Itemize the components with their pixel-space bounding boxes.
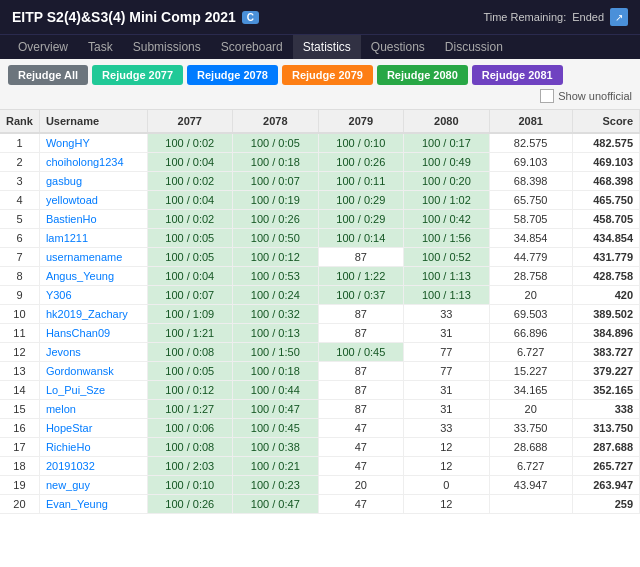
prob-cell: 100 / 0:08 [147, 438, 233, 457]
prob-cell: 100 / 0:18 [233, 153, 319, 172]
prob-cell: 100 / 1:27 [147, 400, 233, 419]
user-link[interactable]: choiholong1234 [46, 156, 124, 168]
score-cell: 420 [572, 286, 639, 305]
prob-cell: 100 / 1:02 [404, 191, 490, 210]
user-link[interactable]: new_guy [46, 479, 90, 491]
rank-cell: 19 [0, 476, 39, 495]
username-cell: lam1211 [39, 229, 147, 248]
prob-cell: 100 / 0:13 [233, 324, 319, 343]
col-2077: 2077 [147, 110, 233, 133]
table-row: 8Angus_Yeung100 / 0:04100 / 0:53100 / 1:… [0, 267, 640, 286]
user-link[interactable]: HopeStar [46, 422, 92, 434]
table-row: 16HopeStar100 / 0:06100 / 0:45473333.750… [0, 419, 640, 438]
unofficial-toggle[interactable]: Show unofficial [540, 89, 632, 103]
prob-cell: 100 / 0:17 [404, 133, 490, 153]
username-cell: yellowtoad [39, 191, 147, 210]
score-cell: 389.502 [572, 305, 639, 324]
score-cell: 482.575 [572, 133, 639, 153]
prob-2081-cell: 28.758 [489, 267, 572, 286]
prob-cell: 87 [318, 362, 404, 381]
username-cell: gasbug [39, 172, 147, 191]
score-cell: 468.398 [572, 172, 639, 191]
score-cell: 469.103 [572, 153, 639, 172]
prob-2081-cell: 33.750 [489, 419, 572, 438]
username-cell: Angus_Yeung [39, 267, 147, 286]
user-link[interactable]: Angus_Yeung [46, 270, 114, 282]
table-row: 9Y306100 / 0:07100 / 0:24100 / 0:37100 /… [0, 286, 640, 305]
user-link[interactable]: Jevons [46, 346, 81, 358]
user-link[interactable]: Lo_Pui_Sze [46, 384, 105, 396]
rank-cell: 12 [0, 343, 39, 362]
nav-scoreboard[interactable]: Scoreboard [211, 35, 293, 59]
prob-cell: 100 / 1:13 [404, 286, 490, 305]
nav-questions[interactable]: Questions [361, 35, 435, 59]
nav-task[interactable]: Task [78, 35, 123, 59]
nav-discussion[interactable]: Discussion [435, 35, 513, 59]
user-link[interactable]: Evan_Yeung [46, 498, 108, 510]
prob-cell: 100 / 1:56 [404, 229, 490, 248]
score-cell: 465.750 [572, 191, 639, 210]
user-link[interactable]: RichieHo [46, 441, 91, 453]
prob-cell: 77 [404, 343, 490, 362]
username-cell: HopeStar [39, 419, 147, 438]
user-link[interactable]: gasbug [46, 175, 82, 187]
prob-cell: 100 / 0:14 [318, 229, 404, 248]
score-cell: 263.947 [572, 476, 639, 495]
rank-cell: 10 [0, 305, 39, 324]
prob-cell: 0 [404, 476, 490, 495]
page-title: EITP S2(4)&S3(4) Mini Comp 2021 C [12, 9, 259, 25]
prob-cell: 100 / 0:26 [233, 210, 319, 229]
user-link[interactable]: lam1211 [46, 232, 88, 244]
nav-submissions[interactable]: Submissions [123, 35, 211, 59]
score-cell: 428.758 [572, 267, 639, 286]
prob-2081-cell: 20 [489, 400, 572, 419]
rejudge-2078-button[interactable]: Rejudge 2078 [187, 65, 278, 85]
external-link-icon[interactable]: ↗ [610, 8, 628, 26]
user-link[interactable]: Y306 [46, 289, 72, 301]
col-2078: 2078 [233, 110, 319, 133]
user-link[interactable]: melon [46, 403, 76, 415]
user-link[interactable]: WongHY [46, 137, 90, 149]
rejudge-2077-button[interactable]: Rejudge 2077 [92, 65, 183, 85]
prob-cell: 100 / 0:21 [233, 457, 319, 476]
prob-cell: 87 [318, 381, 404, 400]
prob-cell: 31 [404, 324, 490, 343]
prob-cell: 100 / 0:26 [147, 495, 233, 514]
unofficial-checkbox[interactable] [540, 89, 554, 103]
table-row: 14Lo_Pui_Sze100 / 0:12100 / 0:44873134.1… [0, 381, 640, 400]
user-link[interactable]: yellowtoad [46, 194, 98, 206]
prob-cell: 100 / 0:18 [233, 362, 319, 381]
score-cell: 338 [572, 400, 639, 419]
score-cell: 434.854 [572, 229, 639, 248]
username-cell: WongHY [39, 133, 147, 153]
prob-cell: 100 / 0:45 [233, 419, 319, 438]
username-cell: Evan_Yeung [39, 495, 147, 514]
prob-cell: 20 [318, 476, 404, 495]
user-link[interactable]: BastienHo [46, 213, 97, 225]
col-username: Username [39, 110, 147, 133]
user-link[interactable]: hk2019_Zachary [46, 308, 128, 320]
username-cell: choiholong1234 [39, 153, 147, 172]
table-row: 10hk2019_Zachary100 / 1:09100 / 0:328733… [0, 305, 640, 324]
user-link[interactable]: Gordonwansk [46, 365, 114, 377]
table-header-row: Rank Username 2077 2078 2079 2080 2081 S… [0, 110, 640, 133]
rank-cell: 16 [0, 419, 39, 438]
prob-cell: 100 / 0:07 [233, 172, 319, 191]
rejudge-2079-button[interactable]: Rejudge 2079 [282, 65, 373, 85]
user-link[interactable]: HansChan09 [46, 327, 110, 339]
rejudge-2080-button[interactable]: Rejudge 2080 [377, 65, 468, 85]
user-link[interactable]: 20191032 [46, 460, 95, 472]
username-cell: Gordonwansk [39, 362, 147, 381]
nav-overview[interactable]: Overview [8, 35, 78, 59]
rejudge-all-button[interactable]: Rejudge All [8, 65, 88, 85]
username-cell: new_guy [39, 476, 147, 495]
prob-cell: 77 [404, 362, 490, 381]
rejudge-2081-button[interactable]: Rejudge 2081 [472, 65, 563, 85]
nav-statistics[interactable]: Statistics [293, 35, 361, 59]
col-2081: 2081 [489, 110, 572, 133]
prob-cell: 100 / 0:47 [233, 400, 319, 419]
table-row: 19new_guy100 / 0:10100 / 0:2320043.94726… [0, 476, 640, 495]
prob-cell: 100 / 0:06 [147, 419, 233, 438]
rank-cell: 6 [0, 229, 39, 248]
user-link[interactable]: usernamename [46, 251, 122, 263]
